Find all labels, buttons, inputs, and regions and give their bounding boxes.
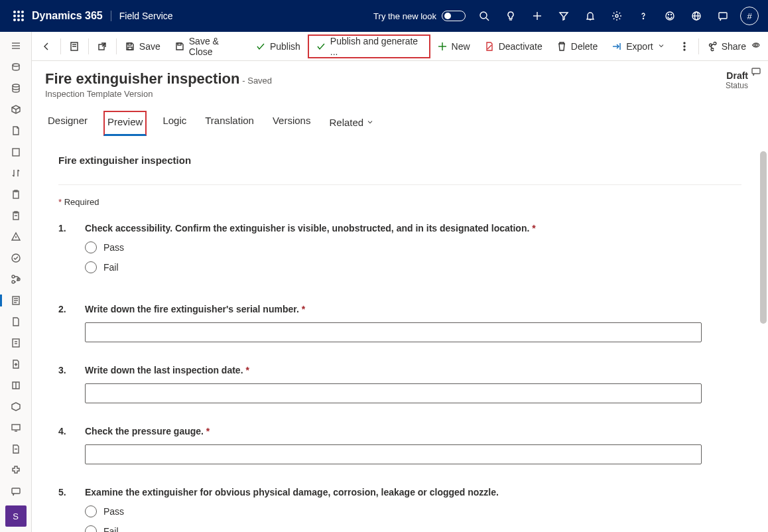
try-new-toggle[interactable] bbox=[442, 11, 466, 21]
svg-point-68 bbox=[755, 44, 757, 46]
add-icon[interactable] bbox=[524, 0, 550, 32]
nav-box-icon[interactable] bbox=[3, 397, 29, 417]
svg-point-15 bbox=[643, 18, 643, 19]
radio-option[interactable]: Pass bbox=[85, 241, 741, 253]
module-name[interactable]: Field Service bbox=[111, 11, 173, 21]
save-button[interactable]: Save bbox=[118, 32, 168, 61]
radio-option[interactable]: Fail bbox=[85, 525, 741, 532]
svg-rect-28 bbox=[13, 149, 19, 156]
settings-icon[interactable] bbox=[604, 0, 630, 32]
chevron-down-icon bbox=[366, 117, 374, 128]
avatar-circle: # bbox=[740, 7, 759, 25]
feedback-icon[interactable] bbox=[657, 0, 683, 32]
nav-form-icon[interactable] bbox=[3, 291, 29, 310]
svg-point-1 bbox=[18, 11, 20, 13]
nav-branch-icon[interactable] bbox=[3, 269, 29, 289]
tab-related[interactable]: Related bbox=[326, 111, 377, 136]
nav-file-icon[interactable] bbox=[3, 312, 29, 332]
related-label: Related bbox=[329, 117, 363, 128]
overflow-button[interactable] bbox=[672, 32, 697, 61]
question: 4.Check the pressure gauge. * bbox=[58, 426, 741, 464]
svg-point-39 bbox=[12, 254, 20, 262]
messages-icon[interactable] bbox=[710, 0, 736, 32]
svg-point-5 bbox=[22, 15, 24, 17]
chevron-down-icon bbox=[657, 41, 665, 52]
svg-rect-69 bbox=[752, 68, 760, 74]
svg-rect-22 bbox=[719, 13, 727, 19]
new-button[interactable]: New bbox=[430, 32, 478, 61]
text-input[interactable] bbox=[85, 383, 702, 403]
question: 5.Examine the extinguisher for obvious p… bbox=[58, 487, 741, 532]
divider bbox=[58, 184, 741, 185]
svg-point-26 bbox=[13, 64, 19, 66]
app-launcher-icon[interactable] bbox=[5, 11, 32, 21]
text-input[interactable] bbox=[85, 322, 702, 342]
nav-book-icon[interactable] bbox=[3, 375, 29, 395]
nav-sort-icon[interactable] bbox=[3, 163, 29, 183]
deactivate-button[interactable]: Deactivate bbox=[478, 32, 550, 61]
nav-chat-icon[interactable] bbox=[3, 482, 29, 501]
svg-point-7 bbox=[18, 19, 20, 21]
radio-option[interactable]: Fail bbox=[85, 261, 741, 273]
radio-option[interactable]: Pass bbox=[85, 505, 741, 517]
nav-document-icon[interactable] bbox=[3, 121, 29, 141]
share-label: Share bbox=[722, 41, 746, 52]
teams-chat-icon[interactable] bbox=[748, 64, 764, 80]
area-switcher[interactable]: S bbox=[5, 505, 27, 527]
export-button[interactable]: Export bbox=[605, 32, 672, 61]
nav-page-icon[interactable] bbox=[3, 333, 29, 353]
save-close-button[interactable]: Save & Close bbox=[168, 32, 249, 61]
nav-file2-icon[interactable] bbox=[3, 439, 29, 459]
nav-clipboard2-icon[interactable] bbox=[3, 206, 29, 226]
svg-point-67 bbox=[684, 49, 685, 50]
back-button[interactable] bbox=[34, 32, 59, 61]
delete-label: Delete bbox=[571, 41, 598, 52]
publish-generate-button[interactable]: Publish and generate ... bbox=[308, 34, 430, 58]
required-note: * Required bbox=[58, 197, 741, 207]
tab-versions[interactable]: Versions bbox=[270, 111, 314, 136]
nav-home-icon[interactable] bbox=[3, 57, 29, 77]
open-in-new-icon[interactable] bbox=[90, 32, 115, 61]
text-input[interactable] bbox=[85, 444, 702, 464]
scrollbar-thumb[interactable] bbox=[760, 151, 767, 324]
svg-point-8 bbox=[22, 19, 24, 21]
form-selector-icon[interactable] bbox=[62, 32, 87, 61]
nav-building-icon[interactable] bbox=[3, 142, 29, 162]
nav-package-icon[interactable] bbox=[3, 100, 29, 119]
svg-line-63 bbox=[487, 45, 491, 49]
tab-preview[interactable]: Preview bbox=[103, 111, 147, 136]
publish-generate-label: Publish and generate ... bbox=[330, 36, 422, 57]
nav-warning-icon[interactable] bbox=[3, 227, 29, 247]
nav-upload-icon[interactable] bbox=[3, 354, 29, 374]
notifications-icon[interactable] bbox=[577, 0, 604, 32]
filter-icon[interactable] bbox=[550, 0, 577, 32]
nav-check-icon[interactable] bbox=[3, 248, 29, 268]
question-number: 5. bbox=[58, 487, 85, 532]
search-icon[interactable] bbox=[471, 0, 497, 32]
user-avatar[interactable]: # bbox=[736, 0, 763, 32]
brand-name[interactable]: Dynamics 365 bbox=[32, 10, 103, 22]
radio-circle-icon bbox=[85, 525, 97, 532]
svg-point-27 bbox=[13, 84, 19, 87]
svg-rect-53 bbox=[12, 488, 20, 494]
question-number: 4. bbox=[58, 426, 85, 464]
copilot-icon[interactable] bbox=[748, 37, 764, 53]
radio-circle-icon bbox=[85, 505, 97, 517]
lightbulb-icon[interactable] bbox=[497, 0, 524, 32]
try-new-look[interactable]: Try the new look bbox=[373, 11, 466, 21]
nav-data-icon[interactable] bbox=[3, 78, 29, 98]
nav-hamburger-icon[interactable] bbox=[3, 36, 29, 56]
svg-rect-58 bbox=[128, 43, 131, 45]
publish-button[interactable]: Publish bbox=[249, 32, 308, 61]
question-number: 2. bbox=[58, 304, 85, 342]
globe-icon[interactable] bbox=[683, 0, 710, 32]
tab-logic[interactable]: Logic bbox=[160, 111, 189, 136]
radio-label: Pass bbox=[103, 242, 124, 253]
tab-designer[interactable]: Designer bbox=[45, 111, 90, 136]
nav-clipboard-icon[interactable] bbox=[3, 184, 29, 204]
nav-monitor-icon[interactable] bbox=[3, 418, 29, 438]
tab-translation[interactable]: Translation bbox=[202, 111, 257, 136]
nav-plugin-icon[interactable] bbox=[3, 460, 29, 480]
delete-button[interactable]: Delete bbox=[550, 32, 605, 61]
help-icon[interactable] bbox=[630, 0, 657, 32]
